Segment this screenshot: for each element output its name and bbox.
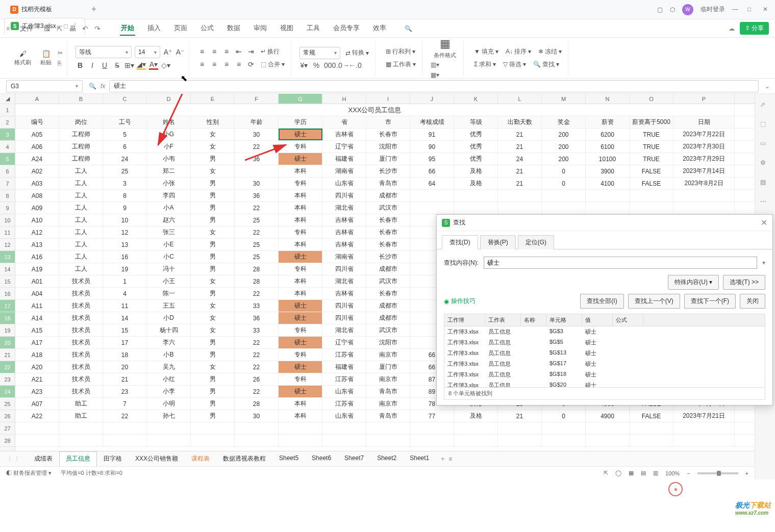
cell[interactable]: A24 — [15, 153, 59, 165]
column-header[interactable]: H — [322, 94, 366, 104]
cell[interactable]: 18 — [103, 349, 147, 361]
sum-button[interactable]: Σ求和▾ — [472, 59, 498, 70]
cell[interactable]: 硕士 — [279, 312, 322, 324]
cell[interactable]: 工人 — [59, 214, 103, 226]
column-header[interactable]: D — [147, 94, 191, 104]
convert-button[interactable]: ⇄转换▾ — [343, 47, 371, 58]
cell[interactable]: 硕士 — [279, 251, 322, 263]
cell[interactable]: 女 — [191, 361, 235, 373]
cell[interactable]: 技术员 — [59, 361, 103, 373]
cell[interactable]: 男 — [191, 386, 235, 397]
cell[interactable]: 12 — [103, 226, 147, 238]
cell[interactable]: 福建省 — [322, 153, 366, 165]
cell[interactable]: 青岛市 — [366, 410, 410, 422]
options-button[interactable]: 选项(T) >> — [723, 275, 765, 290]
align-bottom-icon[interactable]: ≡ — [222, 47, 231, 56]
cell[interactable]: 本科 — [279, 288, 322, 299]
hamburger-icon[interactable]: ≡ — [6, 25, 10, 32]
cell[interactable]: 3900 — [586, 165, 630, 177]
cell[interactable]: 赵六 — [147, 214, 191, 226]
cell[interactable]: 91 — [410, 129, 454, 140]
cell[interactable]: 本科 — [279, 398, 322, 410]
cell[interactable]: 21 — [498, 178, 542, 189]
cell[interactable]: 工人 — [59, 226, 103, 238]
share-button[interactable]: ⇪ 分享 — [740, 22, 769, 35]
cell[interactable]: 77 — [410, 410, 454, 422]
align-center-icon[interactable]: ≡ — [210, 60, 219, 68]
cell[interactable]: TRUE — [630, 153, 673, 165]
cell[interactable]: 95 — [410, 153, 454, 165]
cell[interactable]: A02 — [15, 165, 59, 177]
cell[interactable]: 10 — [103, 214, 147, 226]
circle-icon[interactable]: ◯ — [615, 470, 621, 476]
corner-cell[interactable]: ◢ — [0, 94, 15, 104]
cell[interactable]: 技术员 — [59, 300, 103, 312]
cell[interactable]: A17 — [15, 337, 59, 348]
menu-item[interactable]: 公式 — [199, 21, 215, 36]
cell[interactable]: 2023年7月30日 — [673, 141, 735, 153]
cell[interactable]: 小张 — [147, 178, 191, 189]
cell[interactable]: 男 — [191, 178, 235, 189]
dec-inc-icon[interactable]: .0→ — [336, 61, 345, 69]
cell[interactable]: 22 — [235, 202, 279, 214]
cell[interactable]: A03 — [15, 178, 59, 189]
cell[interactable]: 男 — [191, 153, 235, 165]
cell[interactable]: FALSE — [630, 410, 673, 422]
cell[interactable]: 本科 — [279, 214, 322, 226]
filter-button[interactable]: ▽筛选▾ — [501, 59, 528, 70]
cell[interactable]: A14 — [15, 312, 59, 324]
cell[interactable]: 技术员 — [59, 373, 103, 385]
cell[interactable]: 辽宁省 — [322, 141, 366, 153]
cell[interactable]: 冯十 — [147, 263, 191, 275]
dialog-tab[interactable]: 定位(G) — [518, 235, 554, 249]
cursor-icon[interactable]: ⬀ — [760, 101, 770, 111]
cell[interactable]: 本科 — [279, 410, 322, 422]
cell[interactable]: 女 — [191, 165, 235, 177]
cell[interactable] — [410, 190, 454, 201]
cell[interactable]: 工程师 — [59, 153, 103, 165]
cell[interactable]: 16 — [103, 251, 147, 263]
cell[interactable]: 工人 — [59, 202, 103, 214]
cell[interactable] — [673, 202, 735, 214]
cell[interactable]: 21 — [498, 129, 542, 140]
align-middle-icon[interactable]: ≡ — [210, 47, 219, 56]
cell[interactable]: 工人 — [59, 251, 103, 263]
cell[interactable]: 30 — [235, 178, 279, 189]
cell[interactable]: 李六 — [147, 337, 191, 348]
cloud-icon[interactable]: ☁ — [729, 25, 735, 32]
sheet-tab[interactable]: Sheet2 — [370, 451, 403, 466]
align-right-icon[interactable]: ≡ — [222, 60, 231, 68]
cell[interactable]: A20 — [15, 361, 59, 373]
cell[interactable]: 江苏省 — [322, 349, 366, 361]
cell[interactable]: 22 — [235, 349, 279, 361]
export-icon[interactable]: ⇱ — [57, 24, 63, 33]
sheet-tab[interactable]: 员工信息 — [59, 451, 97, 466]
indent-inc-icon[interactable]: ⇥ — [246, 47, 256, 56]
paste-button[interactable]: 📋粘贴 — [37, 49, 55, 66]
cell[interactable]: 沈阳市 — [366, 141, 410, 153]
cell[interactable]: 长春市 — [366, 214, 410, 226]
cell[interactable]: 小G — [147, 129, 191, 140]
bold-icon[interactable]: B — [76, 61, 85, 69]
cell[interactable]: 青岛市 — [366, 386, 410, 397]
cube-icon[interactable]: ⬡ — [670, 6, 675, 13]
menu-item[interactable]: 视图 — [279, 21, 294, 36]
sheet-tab[interactable]: Sheet5 — [272, 451, 305, 466]
cell[interactable]: 小E — [147, 239, 191, 250]
cell[interactable]: 技术员 — [59, 312, 103, 324]
cell[interactable]: 4100 — [586, 178, 630, 189]
cut-icon[interactable]: ✂ — [58, 49, 63, 57]
cell[interactable] — [235, 165, 279, 177]
find-dropdown-icon[interactable]: ▾ — [762, 259, 765, 266]
styles-icon[interactable]: ▥▾ — [431, 61, 459, 68]
layers-icon[interactable]: ▤ — [760, 179, 770, 189]
cell[interactable]: 长春市 — [366, 239, 410, 250]
cell[interactable]: 技术员 — [59, 386, 103, 397]
app-tab[interactable]: D找稻壳模板 — [4, 2, 85, 18]
cell[interactable]: 女 — [191, 300, 235, 312]
grid-view-icon[interactable]: ▦ — [629, 470, 634, 476]
italic-icon[interactable]: I — [88, 61, 97, 69]
cell[interactable]: 本科 — [279, 202, 322, 214]
column-header[interactable]: G — [279, 94, 322, 104]
column-header[interactable]: F — [235, 94, 279, 104]
